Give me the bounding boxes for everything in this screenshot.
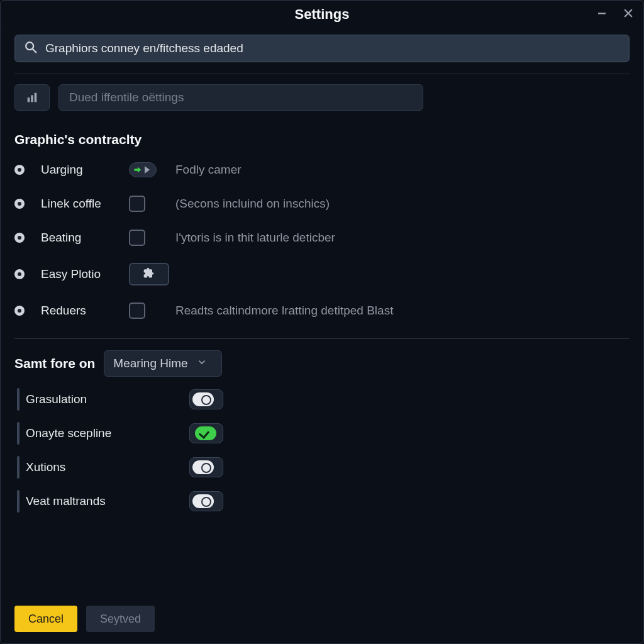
profile-placeholder: Dued iffentile oëttings [69, 91, 184, 104]
minimize-icon [596, 8, 608, 19]
mode-select-value: Mearing Hime [113, 357, 187, 370]
svg-rect-0 [598, 13, 606, 14]
toggle-veat-maltrands[interactable] [189, 491, 223, 511]
toggle-row-xutions: Xutions [14, 456, 630, 479]
toggle-uarging[interactable] [129, 162, 157, 177]
mode-label: Samt fore on [14, 356, 95, 371]
search-icon [24, 40, 38, 57]
option-easy-plotio: Easy Plotio [14, 263, 630, 286]
divider [14, 74, 630, 74]
accent-bar [17, 456, 19, 479]
toggle-label: Veat maltrands [26, 494, 183, 508]
close-button[interactable] [621, 6, 636, 21]
toggle-onayte-scepline[interactable] [189, 423, 223, 443]
option-label: Reduers [41, 304, 123, 318]
titlebar: Settings [1, 1, 643, 28]
mode-select[interactable]: Mearing Hime [104, 350, 222, 377]
toggle-grasulation[interactable] [189, 389, 223, 409]
stats-button[interactable] [14, 84, 50, 111]
bar-chart-icon [25, 91, 39, 104]
option-desc: Fodly camer [175, 163, 630, 177]
svg-rect-4 [31, 95, 33, 102]
option-label: Beating [41, 231, 123, 245]
toggle-row-veat: Veat maltrands [14, 490, 630, 513]
checkbox-beating[interactable] [129, 230, 145, 246]
search-bar[interactable] [14, 35, 630, 62]
checkbox-reduers[interactable] [129, 303, 145, 319]
section-graphics-title: Graphic's contraclty [14, 132, 630, 147]
search-input[interactable] [45, 42, 620, 55]
option-beating: Beating I'ytoris is in thit laturle deti… [14, 229, 630, 247]
content-area: Dued iffentile oëttings Graphic's contra… [1, 28, 643, 597]
radio-easy-plotio[interactable] [14, 269, 25, 279]
option-desc: (Secons incluind on inschics) [175, 197, 630, 211]
accent-bar [17, 388, 19, 411]
minimize-button[interactable] [594, 6, 609, 21]
toggle-list: Grasulation Onayte scepline Xutions Veat… [14, 388, 630, 513]
cancel-button[interactable]: Cancel [14, 606, 77, 632]
radio-uarging[interactable] [14, 165, 25, 175]
option-label: Uarging [41, 163, 123, 177]
accent-bar [17, 490, 19, 513]
toggle-xutions[interactable] [189, 457, 223, 477]
profile-select[interactable]: Dued iffentile oëttings [58, 84, 423, 111]
footer: Cancel Seytved [1, 597, 643, 643]
save-button[interactable]: Seytved [86, 606, 155, 632]
option-linek-coffle: Linek coffle (Secons incluind on inschic… [14, 195, 630, 213]
toggle-label: Onayte scepline [26, 426, 183, 440]
option-uarging: Uarging Fodly camer [14, 161, 630, 179]
mode-row: Samt fore on Mearing Hime [14, 350, 630, 377]
chevron-down-icon [197, 357, 207, 370]
plugin-button[interactable] [129, 263, 169, 286]
radio-linek[interactable] [14, 199, 25, 209]
settings-window: Settings [0, 0, 644, 644]
profile-row: Dued iffentile oëttings [14, 84, 630, 111]
option-label: Easy Plotio [41, 267, 123, 281]
radio-beating[interactable] [14, 233, 25, 243]
checkbox-linek[interactable] [129, 196, 145, 212]
graphics-options: Uarging Fodly camer Linek coffle (Secons… [14, 161, 630, 319]
option-reduers: Reduers Readts caltindmore lratting deti… [14, 302, 630, 319]
toggle-row-onayte: Onayte scepline [14, 422, 630, 445]
option-desc: I'ytoris is in thit laturle deticber [175, 231, 630, 245]
option-desc: Readts caltindmore lratting detitped Bla… [175, 304, 630, 318]
svg-rect-3 [28, 97, 30, 102]
window-buttons [594, 6, 636, 21]
toggle-label: Xutions [26, 460, 183, 474]
divider [14, 338, 630, 339]
window-title: Settings [295, 6, 350, 23]
svg-line-2 [33, 49, 36, 53]
puzzle-icon [143, 267, 155, 282]
toggle-label: Grasulation [26, 392, 183, 406]
toggle-row-grasulation: Grasulation [14, 388, 630, 411]
svg-rect-5 [35, 93, 37, 103]
radio-reduers[interactable] [14, 306, 25, 316]
close-icon [623, 8, 634, 19]
option-label: Linek coffle [41, 197, 123, 211]
accent-bar [17, 422, 19, 445]
